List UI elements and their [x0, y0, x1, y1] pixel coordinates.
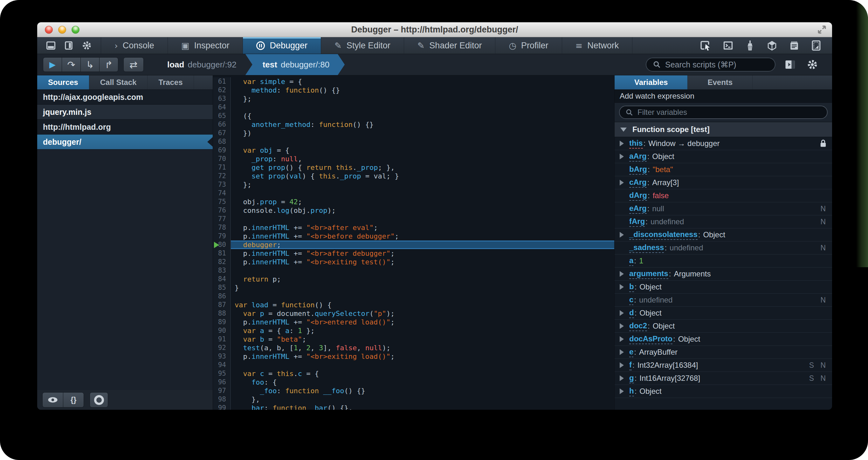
minimize-button[interactable]	[58, 26, 66, 34]
line-number[interactable]: 65	[213, 112, 231, 120]
variable-name[interactable]: h	[629, 386, 634, 396]
toggle-breakpoints-button[interactable]	[90, 392, 108, 407]
variable-name[interactable]: aArg	[629, 152, 647, 162]
variable-value[interactable]: false	[653, 191, 669, 200]
code-line-84[interactable]: 84 return p;	[213, 275, 614, 283]
line-content[interactable]: var load = function() {	[231, 300, 614, 309]
line-number[interactable]: 89	[213, 318, 231, 326]
line-number[interactable]: 95	[213, 369, 231, 378]
variable-row-_disconsolateness[interactable]: _disconsolateness:Object	[615, 228, 832, 241]
variable-name[interactable]: fArg	[629, 217, 645, 227]
line-content[interactable]: method: function() {}	[231, 86, 614, 94]
code-line-95[interactable]: 95 var c = this.c = {	[213, 369, 614, 378]
line-content[interactable]: test(a, b, [1, 2, 3], false, null);	[231, 344, 614, 352]
code-line-81[interactable]: 81 p.innerHTML += "<br>after debugger";	[213, 249, 614, 258]
scratchpad-icon[interactable]	[789, 40, 800, 51]
line-content[interactable]: p.innerHTML += "<br>exiting load()";	[231, 352, 614, 361]
variable-value[interactable]: undefined	[651, 217, 684, 226]
line-content[interactable]	[231, 103, 614, 112]
expand-arrow-icon[interactable]	[620, 310, 629, 316]
variable-row-h[interactable]: h:Object	[615, 385, 832, 398]
variable-name[interactable]: arguments	[629, 269, 668, 279]
variable-row-arguments[interactable]: arguments:Arguments	[615, 267, 832, 281]
step-over-button[interactable]: ↷	[62, 58, 81, 71]
tab-inspector[interactable]: ▣Inspector	[168, 37, 243, 54]
code-line-85[interactable]: 85}	[213, 283, 614, 292]
expand-arrow-icon[interactable]	[620, 389, 629, 394]
line-number[interactable]: 88	[213, 309, 231, 318]
code-line-69[interactable]: 69 var obj = {	[213, 146, 614, 154]
line-content[interactable]: }	[231, 283, 614, 292]
tab-events[interactable]: Events	[688, 76, 752, 89]
line-number[interactable]: 78	[213, 223, 231, 232]
search-scripts-input[interactable]: Search scripts (⌘P)	[646, 58, 775, 71]
expand-arrow-icon[interactable]	[620, 323, 629, 329]
filter-variables-input[interactable]: Filter variables	[619, 106, 828, 119]
line-content[interactable]: p.innerHTML += "<br>after eval";	[231, 223, 614, 232]
resume-button[interactable]: ▶	[43, 58, 62, 71]
line-content[interactable]: set prop(val) { this._prop = val; }	[231, 172, 614, 180]
fullscreen-resize-icon[interactable]	[817, 25, 827, 36]
code-line-99[interactable]: 99 bar: function _bar() {},	[213, 404, 614, 410]
variable-row-docAsProto[interactable]: docAsProto:Object	[615, 333, 832, 346]
line-number[interactable]: 97	[213, 386, 231, 395]
code-line-74[interactable]: 74	[213, 189, 614, 198]
variable-row-fArg[interactable]: fArg:undefinedN	[615, 215, 832, 228]
line-number[interactable]: 71	[213, 163, 231, 172]
code-line-94[interactable]: 94	[213, 361, 614, 369]
variable-value[interactable]: Object	[678, 335, 700, 344]
variable-row-e[interactable]: e:ArrayBuffer	[615, 346, 832, 359]
tab-call-stack[interactable]: Call Stack	[89, 76, 148, 89]
variable-value[interactable]: Window → debugger	[648, 139, 719, 148]
line-content[interactable]	[231, 138, 614, 146]
code-line-83[interactable]: 83	[213, 266, 614, 275]
line-number[interactable]: 99	[213, 404, 231, 410]
line-content[interactable]: var simple = {	[231, 77, 614, 86]
line-content[interactable]: p.innerHTML += "<br>after debugger";	[231, 249, 614, 258]
line-number[interactable]: 91	[213, 335, 231, 344]
code-line-61[interactable]: 61 var simple = {	[213, 77, 614, 86]
variable-row-_sadness[interactable]: _sadness:undefinedN	[615, 241, 832, 255]
line-content[interactable]: obj.prop = 42;	[231, 198, 614, 206]
line-content[interactable]: var obj = {	[231, 146, 614, 154]
tab-console[interactable]: ›Console	[101, 37, 168, 54]
line-number[interactable]: 69	[213, 146, 231, 154]
code-line-62[interactable]: 62 method: function() {}	[213, 86, 614, 94]
line-number[interactable]: 67	[213, 129, 231, 138]
line-number[interactable]: 79	[213, 232, 231, 240]
line-number[interactable]: 86	[213, 292, 231, 300]
scope-header[interactable]: Function scope [test]	[615, 122, 832, 137]
toolbox-options-gear-icon[interactable]	[82, 40, 92, 51]
code-line-80[interactable]: 80 debugger;	[213, 240, 614, 249]
variable-value[interactable]: Array[3]	[652, 178, 679, 187]
tab-profiler[interactable]: ◷Profiler	[495, 37, 562, 54]
tab-sources[interactable]: Sources	[37, 76, 89, 89]
code-line-67[interactable]: 67 })	[213, 129, 614, 138]
pause-on-exceptions-button[interactable]: ⇄	[123, 57, 144, 72]
line-content[interactable]: debugger;	[231, 240, 614, 249]
variable-name[interactable]: b	[629, 282, 634, 292]
tab-traces[interactable]: Traces	[148, 76, 194, 89]
code-line-82[interactable]: 82 p.innerHTML += "<br>exiting test()";	[213, 258, 614, 266]
variable-value[interactable]: Object	[703, 230, 725, 239]
line-number[interactable]: 72	[213, 172, 231, 180]
line-content[interactable]: p.innerHTML += "<br>before debugger";	[231, 232, 614, 240]
line-number[interactable]: 96	[213, 378, 231, 386]
expand-arrow-icon[interactable]	[620, 232, 629, 238]
line-number[interactable]: 81	[213, 249, 231, 258]
variable-row-eArg[interactable]: eArg:nullN	[615, 202, 832, 215]
line-content[interactable]	[231, 266, 614, 275]
variable-row-b[interactable]: b:Object	[615, 281, 832, 294]
variable-row-cArg[interactable]: cArg:Array[3]	[615, 176, 832, 189]
expand-arrow-icon[interactable]	[620, 271, 629, 277]
source-item[interactable]: http://htmlpad.org	[37, 120, 213, 135]
pick-element-icon[interactable]	[700, 40, 711, 51]
variable-name[interactable]: _sadness	[629, 243, 664, 253]
variable-value[interactable]: ArrayBuffer	[639, 348, 678, 356]
expand-arrow-icon[interactable]	[620, 362, 629, 368]
variable-value[interactable]: Arguments	[674, 269, 711, 278]
variable-row-c[interactable]: c:undefinedN	[615, 294, 832, 307]
debugger-options-gear-icon[interactable]	[807, 59, 818, 70]
blackbox-source-button[interactable]	[42, 393, 63, 407]
code-line-78[interactable]: 78 p.innerHTML += "<br>after eval";	[213, 223, 614, 232]
